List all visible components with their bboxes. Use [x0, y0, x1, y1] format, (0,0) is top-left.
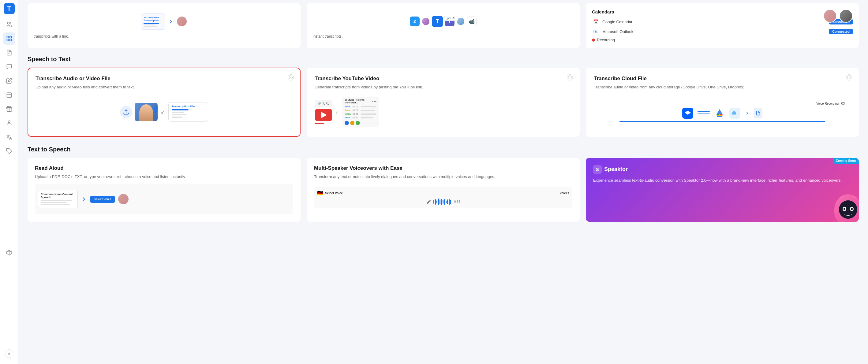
onedrive-icon: [730, 108, 740, 119]
outlook-name: Microsoft Outlook: [602, 29, 826, 34]
outlook-icon: 📧: [592, 28, 599, 35]
sidebar-item-gift[interactable]: [3, 103, 15, 115]
recording-label: Recording: [597, 38, 615, 42]
sidebar-item-users[interactable]: [3, 19, 15, 31]
sidebar-item-calendar[interactable]: [3, 89, 15, 101]
svg-rect-7: [7, 93, 11, 97]
top-card-calendars[interactable]: Calendars 📅 Google Calendar Connected 📧 …: [586, 3, 859, 48]
sidebar-item-edit[interactable]: [3, 75, 15, 87]
top-card-transcribe-link[interactable]: AI Generated Transcription transcripts w…: [28, 3, 301, 48]
speaktor-desc: Experience seamless text-to-audio conver…: [593, 177, 851, 184]
svg-point-13: [8, 121, 10, 123]
main-content: AI Generated Transcription transcripts w…: [18, 0, 868, 364]
card-multi-speaker[interactable]: Multi-Speaker Voiceovers with Ease Trans…: [307, 158, 580, 222]
sidebar-item-grid[interactable]: [3, 32, 15, 45]
sidebar-item-translate[interactable]: [3, 131, 15, 143]
text-to-speech-title: Text to Speech: [28, 146, 859, 153]
youtube-play-button: [315, 109, 332, 121]
info-icon-audio[interactable]: ⓘ: [288, 74, 294, 80]
card-desc-audio: Upload any audio or video files and conv…: [35, 84, 292, 90]
svg-rect-2: [9, 36, 11, 38]
card-desc-cloud: Transcribe audio or video from any cloud…: [594, 84, 851, 90]
audio-video-illustration: ↙ Transcription File: [35, 95, 292, 129]
speaktor-logo-icon: S: [593, 165, 602, 174]
voices-label: Voices: [560, 192, 569, 195]
file-output-icon: [754, 108, 763, 119]
speech-to-text-title: Speech to Text: [28, 56, 859, 63]
coming-soon-badge: Coming Soon: [833, 158, 859, 164]
play-triangle: [321, 112, 327, 118]
calendars-title: Calendars: [592, 9, 853, 14]
read-aloud-desc: Upload a PDF, DOCx, TXT, or type your ow…: [35, 174, 293, 180]
avatar-1: [823, 9, 837, 23]
speaktor-logo: S Speaktor: [593, 165, 851, 174]
card-transcribe-youtube[interactable]: ⓘ Transcribe YouTube Video Generate tran…: [307, 68, 580, 137]
card-transcribe-cloud[interactable]: ⓘ Transcribe Cloud File Transcribe audio…: [586, 68, 859, 137]
outlook-connected-badge: Connected: [829, 29, 853, 34]
select-voice-button: Select Voice: [90, 196, 115, 203]
google-calendar-name: Google Calendar: [602, 20, 826, 24]
sidebar-item-diamond[interactable]: [3, 246, 15, 259]
sidebar: T »: [0, 0, 18, 364]
duration-label: 0:54: [454, 200, 460, 203]
text-to-speech-grid: Read Aloud Upload a PDF, DOCx, TXT, or t…: [28, 158, 859, 222]
read-aloud-illus-label: Communication Content Speech: [41, 193, 75, 199]
google-drive-icon: [714, 108, 725, 119]
card-speaktor[interactable]: Coming Soon S Speaktor Experience seamle…: [586, 158, 859, 222]
sidebar-expand-button[interactable]: »: [5, 349, 13, 358]
sidebar-item-person[interactable]: [3, 117, 15, 129]
app-logo: T: [4, 3, 15, 14]
svg-rect-1: [7, 36, 8, 38]
card-desc-youtube: Generate transcripts from videos by past…: [315, 84, 572, 90]
read-aloud-illustration: Communication Content Speech Select Voic…: [35, 184, 293, 214]
multi-speaker-desc: Transform any text or notes into lively …: [314, 174, 572, 180]
upload-icon: [120, 106, 132, 118]
svg-marker-19: [716, 109, 722, 114]
card-read-aloud[interactable]: Read Aloud Upload a PDF, DOCx, TXT, or t…: [28, 158, 301, 222]
avatar-2: [839, 9, 853, 23]
top-cards-grid: AI Generated Transcription transcripts w…: [28, 3, 859, 48]
top-card-desc-1: transcripts with a link.: [34, 34, 294, 39]
svg-rect-4: [9, 39, 11, 41]
sidebar-item-tag[interactable]: [3, 145, 15, 157]
multi-speaker-illustration: 🇩🇪 Select Voice Voices 🎤: [314, 184, 572, 211]
google-calendar-row: 📅 Google Calendar Connected: [592, 18, 853, 25]
recording-dot: [592, 38, 595, 42]
svg-rect-3: [7, 39, 8, 41]
sidebar-item-document[interactable]: [3, 46, 15, 59]
voice-recording-label: Voice Recording - 03: [816, 102, 845, 105]
card-title-cloud: Transcribe Cloud File: [594, 75, 851, 82]
card-title-audio: Transcribe Audio or Video File: [35, 75, 292, 82]
transcribe-link-illustration: AI Generated Transcription: [34, 9, 294, 34]
google-calendar-icon: 📅: [592, 18, 599, 25]
youtube-illustration: 🔗 URL ↙: [315, 95, 572, 129]
speaktor-character: [816, 179, 859, 222]
svg-point-0: [7, 22, 9, 25]
outlook-row: 📧 Microsoft Outlook Connected: [592, 28, 853, 35]
top-card-desc-2: instant transcripts.: [313, 34, 574, 39]
dropbox-icon: [682, 108, 693, 119]
yt-transcript-card: Youtube - How to transcript... ●●● Jack …: [342, 97, 379, 127]
instant-transcripts-illustration: Z 🔗 URL T T 📹: [313, 9, 574, 34]
info-icon-cloud[interactable]: ⓘ: [846, 74, 852, 80]
cloud-illustration: Voice Recording - 03: [594, 95, 851, 129]
multi-speaker-title: Multi-Speaker Voiceovers with Ease: [314, 165, 572, 171]
mini-transcript-card: Transcription File: [168, 102, 208, 122]
info-icon-youtube[interactable]: ⓘ: [567, 74, 573, 80]
card-transcribe-audio-video[interactable]: ⓘ Transcribe Audio or Video File Upload …: [28, 68, 301, 137]
calendar-avatars: [823, 9, 853, 23]
recording-indicator: Recording: [592, 38, 853, 42]
top-card-instant-transcripts[interactable]: Z 🔗 URL T T 📹 instant transcripts.: [307, 3, 580, 48]
card-title-youtube: Transcribe YouTube Video: [315, 75, 572, 82]
sidebar-item-chat[interactable]: [3, 61, 15, 73]
speech-to-text-grid: ⓘ Transcribe Audio or Video File Upload …: [28, 68, 859, 137]
speaktor-brand-name: Speaktor: [604, 166, 628, 172]
read-aloud-title: Read Aloud: [35, 165, 293, 171]
